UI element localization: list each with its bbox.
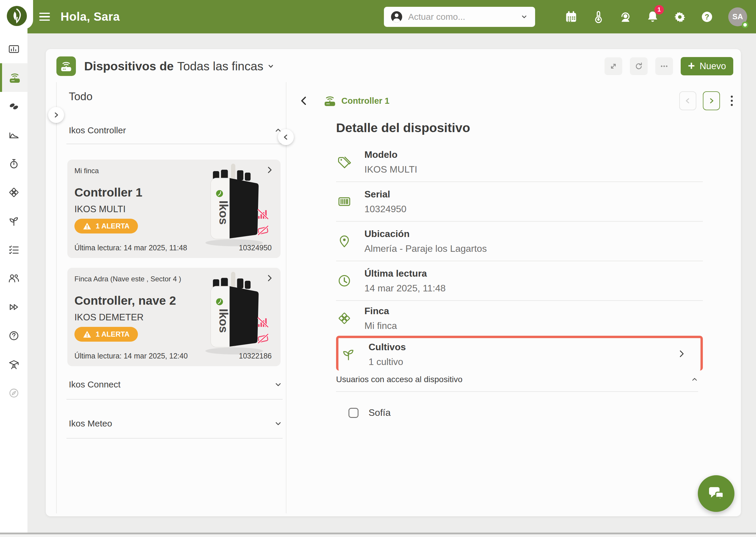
sidebar-item-users[interactable] bbox=[0, 264, 27, 293]
device-model: IKOS MULTI bbox=[74, 204, 126, 215]
collapse-list-panel-button[interactable] bbox=[278, 129, 294, 145]
chevron-right-icon[interactable] bbox=[265, 166, 274, 176]
expand-filter-panel-button[interactable] bbox=[48, 107, 64, 123]
sidebar-item-help[interactable] bbox=[0, 321, 27, 350]
support-agent-icon[interactable] bbox=[618, 9, 633, 24]
chevron-down-icon bbox=[266, 62, 275, 71]
sidebar-item-timer[interactable] bbox=[0, 149, 27, 178]
devices-header: Dispositivos de Todas las fincas bbox=[57, 54, 733, 78]
sidebar-item-academy[interactable] bbox=[0, 350, 27, 379]
field-label: Última lectura bbox=[364, 268, 446, 279]
brand-leaf-logo-icon[interactable] bbox=[6, 5, 28, 27]
kebab-menu-icon[interactable] bbox=[727, 94, 737, 107]
plus-icon: + bbox=[688, 60, 695, 71]
detail-nav-buttons bbox=[679, 90, 737, 111]
expand-icon[interactable] bbox=[605, 57, 622, 75]
devices-router-icon bbox=[57, 57, 76, 76]
page-title-prefix: Dispositivos de bbox=[84, 60, 174, 73]
refresh-icon[interactable] bbox=[630, 57, 648, 75]
window-bottom-strip bbox=[0, 534, 756, 537]
section-ikos-controller[interactable]: Ikos Controller bbox=[69, 125, 282, 135]
svg-text:?: ? bbox=[704, 13, 709, 21]
device-farm-label: Finca Adra (Nave este , Sector 4 ) bbox=[74, 275, 181, 283]
field-label: Cultivos bbox=[368, 342, 406, 352]
chevron-right-icon[interactable] bbox=[677, 349, 686, 360]
router-icon bbox=[323, 94, 337, 107]
field-row-finca: Finca Mi finca bbox=[336, 301, 703, 336]
sidebar-item-charts[interactable] bbox=[0, 121, 27, 149]
user-avatar[interactable]: SA bbox=[728, 7, 747, 26]
tag-icon bbox=[336, 154, 353, 170]
device-farm-label: Mi finca bbox=[74, 167, 99, 175]
field-row-modelo: Modelo IKOS MULTI bbox=[336, 143, 703, 182]
back-icon[interactable] bbox=[298, 95, 310, 106]
section-label: Ikos Connect bbox=[69, 380, 121, 390]
chat-support-button[interactable] bbox=[698, 475, 735, 512]
device-name: Controller, nave 2 bbox=[74, 294, 176, 308]
sidebar-item-tasks[interactable] bbox=[0, 235, 27, 264]
section-label: Ikos Meteo bbox=[69, 419, 112, 429]
field-value: Mi finca bbox=[364, 320, 397, 331]
user-checkbox-label: Sofía bbox=[368, 407, 391, 418]
devices-panel-card: Dispositivos de Todas las fincas bbox=[46, 49, 741, 516]
section-ikos-meteo[interactable]: Ikos Meteo bbox=[69, 419, 282, 429]
sidebar-item-devices[interactable] bbox=[0, 63, 27, 92]
barcode-icon bbox=[336, 194, 353, 209]
detail-fields: Modelo IKOS MULTI Serial 10324950 bbox=[336, 143, 703, 418]
help-icon[interactable]: ? bbox=[699, 9, 715, 24]
clock-icon bbox=[336, 273, 353, 288]
notifications-bell-icon[interactable]: 1 bbox=[645, 9, 660, 24]
app-root: Hola, Sara Actuar como... bbox=[0, 0, 756, 537]
connectivity-status-icons bbox=[256, 316, 270, 345]
device-brand-text: Ikos bbox=[217, 200, 230, 225]
device-card-controller-nave-2[interactable]: Ikos Finca Adra (Nave este , Sector 4 ) … bbox=[67, 268, 281, 366]
alert-badge-label: 1 ALERTA bbox=[96, 330, 130, 338]
finca-filter-value: Todas las fincas bbox=[177, 60, 263, 73]
alert-badge[interactable]: 1 ALERTA bbox=[74, 327, 138, 342]
more-options-icon[interactable] bbox=[655, 57, 673, 75]
field-row-serial: Serial 10324950 bbox=[336, 182, 703, 222]
field-row-cultivos-highlighted[interactable]: Cultivos 1 cultivo bbox=[336, 336, 703, 371]
chevron-down-icon bbox=[274, 381, 282, 388]
connectivity-status-icons bbox=[256, 207, 270, 236]
user-access-row: Sofía bbox=[349, 407, 703, 418]
sidebar-item-dashboard[interactable] bbox=[0, 35, 27, 63]
users-divider bbox=[336, 391, 698, 392]
previous-device-button[interactable] bbox=[679, 91, 696, 110]
section-divider bbox=[66, 144, 283, 144]
list-heading: Todo bbox=[69, 90, 93, 103]
next-device-button[interactable] bbox=[703, 91, 720, 110]
sidebar-item-compass[interactable] bbox=[0, 379, 27, 407]
users-access-accordion[interactable]: Usuarios con acceso al dispositivo bbox=[336, 375, 698, 384]
topbar-icon-group: 1 ? SA bbox=[563, 7, 747, 26]
plant-icon bbox=[340, 347, 357, 362]
finca-filter-dropdown[interactable]: Todas las fincas bbox=[177, 60, 275, 73]
chevron-right-icon[interactable] bbox=[265, 274, 274, 284]
section-ikos-connect[interactable]: Ikos Connect bbox=[69, 380, 282, 390]
alert-badge-label: 1 ALERTA bbox=[96, 222, 130, 230]
alert-badge[interactable]: 1 ALERTA bbox=[74, 219, 138, 233]
thermometer-icon[interactable] bbox=[591, 9, 606, 24]
device-breadcrumb[interactable]: Controller 1 bbox=[323, 94, 390, 107]
sidebar-item-plots[interactable] bbox=[0, 178, 27, 207]
new-device-button[interactable]: + Nuevo bbox=[681, 57, 733, 75]
sidebar-items bbox=[0, 35, 27, 407]
avatar-initials: SA bbox=[732, 12, 743, 21]
top-header-bar: Hola, Sara Actuar como... bbox=[27, 0, 756, 33]
sim-off-icon bbox=[256, 224, 270, 236]
person-circle-icon bbox=[391, 11, 403, 23]
device-card-controller-1[interactable]: Ikos Mi finca Controller 1 IKOS MULTI 1 … bbox=[67, 160, 281, 258]
sidebar-item-plant[interactable] bbox=[0, 207, 27, 235]
gear-icon[interactable] bbox=[672, 9, 688, 24]
sidebar-item-leaves[interactable] bbox=[0, 92, 27, 121]
map-pin-icon bbox=[336, 233, 353, 249]
detail-title: Detalle del dispositivo bbox=[336, 121, 470, 135]
sidebar-item-fast-forward[interactable] bbox=[0, 293, 27, 321]
actuar-como-select[interactable]: Actuar como... bbox=[384, 7, 535, 27]
section-label: Ikos Controller bbox=[69, 125, 126, 135]
calendar-icon[interactable] bbox=[563, 9, 579, 24]
actuar-como-placeholder: Actuar como... bbox=[408, 12, 514, 22]
user-checkbox[interactable] bbox=[349, 408, 359, 418]
hamburger-menu-button[interactable] bbox=[39, 13, 50, 21]
detail-header: Controller 1 bbox=[298, 90, 741, 111]
